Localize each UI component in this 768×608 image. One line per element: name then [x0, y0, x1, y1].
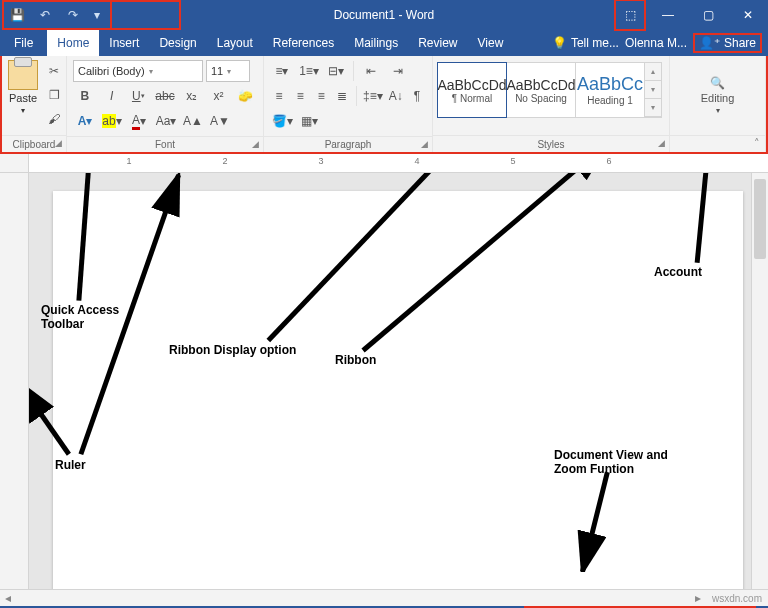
callout-account: Account: [654, 265, 702, 279]
sort-button[interactable]: A↓: [387, 85, 405, 107]
numbering-button[interactable]: 1≡▾: [297, 60, 321, 82]
ribbon: Paste ▾ ✂ ❐ 🖌 Clipboard◢ Calibri (Body)▾…: [0, 56, 768, 154]
ribbon-tabs: File Home Insert Design Layout Reference…: [0, 30, 768, 56]
styles-dialog-launcher[interactable]: ◢: [658, 138, 665, 148]
tab-home[interactable]: Home: [47, 30, 99, 56]
align-center-button[interactable]: ≡: [291, 85, 309, 107]
clipboard-dialog-launcher[interactable]: ◢: [55, 138, 62, 148]
justify-button[interactable]: ≣: [333, 85, 351, 107]
account-name[interactable]: Olenna M...: [625, 36, 687, 50]
save-icon[interactable]: 💾: [6, 4, 28, 26]
ruler-horizontal[interactable]: 1 2 3 4 5 6: [0, 154, 768, 173]
group-clipboard: Paste ▾ ✂ ❐ 🖌 Clipboard◢: [2, 56, 67, 152]
minimize-button[interactable]: ―: [648, 0, 688, 30]
lightbulb-icon: 💡: [552, 36, 567, 50]
borders-button[interactable]: ▦▾: [297, 110, 321, 132]
decrease-indent-button[interactable]: ⇤: [359, 60, 383, 82]
bold-button[interactable]: B: [73, 85, 97, 107]
group-font: Calibri (Body)▾ 11▾ B I U▾ abc x₂ x² 🧽 A…: [67, 56, 264, 152]
callout-ribbon: Ribbon: [335, 353, 376, 367]
text-effects-button[interactable]: A▾: [73, 110, 97, 132]
callout-rdo: Ribbon Display option: [169, 343, 296, 357]
tab-mailings[interactable]: Mailings: [344, 30, 408, 56]
share-icon: 👤⁺: [699, 36, 720, 50]
group-paragraph: ≡▾ 1≡▾ ⊟▾ ⇤ ⇥ ≡ ≡ ≡ ≣ ‡≡▾ A↓ ¶ 🪣▾ ▦▾: [264, 56, 433, 152]
paragraph-dialog-launcher[interactable]: ◢: [421, 139, 428, 149]
callout-ruler: Ruler: [55, 458, 86, 472]
paste-button[interactable]: Paste ▾: [8, 60, 38, 131]
tab-design[interactable]: Design: [149, 30, 206, 56]
bullets-button[interactable]: ≡▾: [270, 60, 294, 82]
superscript-button[interactable]: x²: [207, 85, 231, 107]
underline-button[interactable]: U▾: [126, 85, 150, 107]
styles-gallery-scroll[interactable]: ▴▾▾: [645, 62, 662, 118]
style-normal[interactable]: AaBbCcDd¶ Normal: [437, 62, 507, 118]
horizontal-scrollbar[interactable]: ◂▸ wsxdn.com: [0, 589, 768, 606]
strikethrough-button[interactable]: abc: [153, 85, 177, 107]
redo-icon[interactable]: ↷: [62, 4, 84, 26]
tab-references[interactable]: References: [263, 30, 344, 56]
collapse-ribbon-button[interactable]: ˄: [754, 137, 760, 150]
page[interactable]: [53, 191, 743, 589]
tab-insert[interactable]: Insert: [99, 30, 149, 56]
group-editing: 🔍 Editing ▾: [670, 56, 766, 152]
align-right-button[interactable]: ≡: [312, 85, 330, 107]
title-bar: 💾 ↶ ↷ ▾ Document1 - Word ⬚ ― ▢ ✕: [0, 0, 768, 30]
callout-qat: Quick Access Toolbar: [41, 303, 131, 332]
ruler-vertical[interactable]: [0, 173, 29, 589]
subscript-button[interactable]: x₂: [180, 85, 204, 107]
ribbon-display-icon: ⬚: [625, 8, 636, 22]
show-marks-button[interactable]: ¶: [408, 85, 426, 107]
callout-view: Document View and Zoom Funtion: [554, 448, 694, 477]
font-name-combo[interactable]: Calibri (Body)▾: [73, 60, 203, 82]
style-heading-1[interactable]: AaBbCcHeading 1: [576, 62, 645, 118]
line-spacing-button[interactable]: ‡≡▾: [362, 85, 384, 107]
shading-button[interactable]: 🪣▾: [270, 110, 294, 132]
paste-icon: [8, 60, 38, 90]
document-area[interactable]: Quick Access Toolbar Ribbon Display opti…: [29, 173, 751, 589]
increase-indent-button[interactable]: ⇥: [386, 60, 410, 82]
close-button[interactable]: ✕: [728, 0, 768, 30]
style-no-spacing[interactable]: AaBbCcDdNo Spacing: [507, 62, 576, 118]
tab-view[interactable]: View: [468, 30, 514, 56]
format-painter-button[interactable]: 🖌: [42, 108, 66, 130]
quick-access-toolbar: 💾 ↶ ↷ ▾: [0, 0, 112, 30]
workspace: Quick Access Toolbar Ribbon Display opti…: [0, 173, 768, 589]
align-left-button[interactable]: ≡: [270, 85, 288, 107]
undo-icon[interactable]: ↶: [34, 4, 56, 26]
editing-button[interactable]: 🔍 Editing ▾: [693, 76, 743, 115]
copy-button[interactable]: ❐: [42, 84, 66, 106]
cut-button[interactable]: ✂: [42, 60, 66, 82]
maximize-button[interactable]: ▢: [688, 0, 728, 30]
tab-file[interactable]: File: [0, 30, 47, 56]
group-styles: AaBbCcDd¶ Normal AaBbCcDdNo Spacing AaBb…: [433, 56, 670, 152]
ribbon-display-options[interactable]: ⬚: [614, 0, 646, 31]
font-dialog-launcher[interactable]: ◢: [252, 139, 259, 149]
tab-review[interactable]: Review: [408, 30, 467, 56]
clear-formatting-button[interactable]: 🧽: [233, 85, 257, 107]
highlight-button[interactable]: ab▾: [100, 110, 124, 132]
find-icon: 🔍: [710, 76, 725, 90]
font-size-combo[interactable]: 11▾: [206, 60, 250, 82]
multilevel-button[interactable]: ⊟▾: [324, 60, 348, 82]
italic-button[interactable]: I: [100, 85, 124, 107]
vertical-scrollbar[interactable]: [751, 173, 768, 589]
tab-layout[interactable]: Layout: [207, 30, 263, 56]
change-case-button[interactable]: Aa▾: [154, 110, 178, 132]
watermark: wsxdn.com: [706, 593, 768, 604]
share-button[interactable]: 👤⁺Share: [693, 33, 762, 53]
tell-me[interactable]: 💡Tell me...: [552, 36, 619, 50]
window-title: Document1 - Word: [334, 8, 434, 22]
font-color-button[interactable]: A▾: [127, 110, 151, 132]
grow-font-button[interactable]: A▲: [181, 110, 205, 132]
qat-customize-icon[interactable]: ▾: [90, 4, 104, 26]
shrink-font-button[interactable]: A▼: [208, 110, 232, 132]
